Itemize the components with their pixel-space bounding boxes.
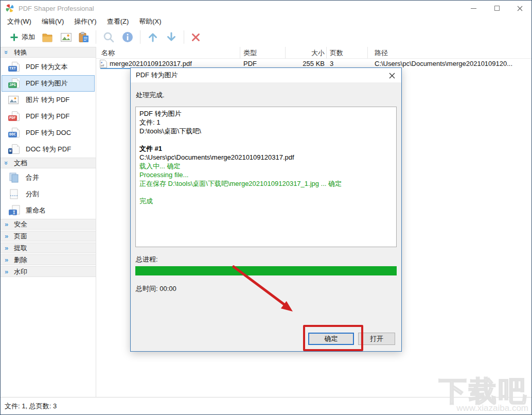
log-line [139,135,393,144]
chevron-icon [5,268,13,275]
column-separator[interactable] [285,47,286,59]
chevron-icon [5,244,13,252]
sidebar-section-label: 删除 [14,255,27,265]
add-folder-button[interactable] [39,29,57,45]
total-time-text: 总时间: 00:00 [136,284,176,293]
sidebar-section-label: 文档 [14,159,27,168]
sidebar-item-label: PDF 转为 DOC [26,128,71,137]
move-up-button[interactable] [144,29,162,45]
progress-label: 总进程: [136,255,158,264]
search-button[interactable] [99,29,118,45]
window-title: PDF Shaper Professional [19,5,94,12]
sidebar-section-extract[interactable]: 提取 [1,243,96,253]
txt-doc-icon: TXT [8,61,21,73]
app-logo-icon [5,4,14,13]
info-icon [122,31,133,43]
doc-doc-icon: DOC [8,127,21,139]
column-separator[interactable] [240,47,240,59]
conversion-log[interactable]: PDF 转为图片文件: 1D:\tools\桌面\下载吧\ 文件 #1C:\Us… [135,107,397,247]
sidebar-section-security[interactable]: 安全 [1,219,96,230]
search-icon [103,31,115,43]
menu-item-2[interactable]: 操作(Y) [69,16,101,27]
sidebar-item[interactable]: DOCPDF 转为 DOC [2,125,95,141]
arrow-up-icon [147,31,158,43]
sidebar-item[interactable]: TXTPDF 转为文本 [2,59,95,75]
maximize-icon [494,6,500,11]
log-line: PDF 转为图片 [139,109,393,118]
sidebar-item-label: 重命名 [26,206,46,215]
image-doc-icon [8,94,21,106]
app-window: PDF Shaper Professional 文件(W)编辑(V)操作(Y)查… [0,0,532,415]
pdf-to-image-dialog: PDF 转为图片 处理完成. PDF 转为图片文件: 1D:\tools\桌面\… [130,67,402,352]
sidebar-item[interactable]: _I重命名 [2,202,95,219]
sidebar-section-convert[interactable]: 转换 [1,47,96,58]
add-button[interactable]: 添加 [6,29,39,45]
sidebar-section-label: 安全 [14,220,27,229]
sidebar-section-label: 转换 [14,48,27,57]
sidebar-item-label: 分割 [26,189,39,199]
sidebar-item[interactable]: PDFPDF 转为 PDF [2,108,95,125]
column-separator[interactable] [367,47,368,59]
sidebar-item[interactable]: WDOC 转为 PDF [2,141,95,158]
close-button[interactable] [508,1,531,16]
sidebar-section-label: 水印 [14,267,27,276]
close-icon [517,6,523,11]
menu-bar: 文件(W)编辑(V)操作(Y)查看(Z)帮助(X) [1,16,531,27]
remove-button[interactable] [187,29,204,45]
delete-x-icon [191,32,201,42]
dialog-close-button[interactable] [388,72,396,80]
maximize-button[interactable] [485,1,508,16]
menu-item-3[interactable]: 查看(Z) [102,16,134,27]
menu-item-1[interactable]: 编辑(V) [37,16,69,27]
sidebar-item-label: 图片 转为 PDF [26,95,69,105]
sidebar-section-document[interactable]: 文档 [1,158,96,168]
toolbar-separator [96,30,96,44]
column-header-path[interactable]: 路径 [375,48,388,58]
column-header-pages[interactable]: 页数 [330,48,343,58]
status-text: 文件: 1, 总页数: 3 [5,402,57,411]
move-down-button[interactable] [162,29,181,45]
file-type: PDF [243,60,257,67]
column-header-size[interactable]: 大小 [292,48,325,58]
table-header: 名称 类型 大小 页数 路径 [96,47,531,59]
folder-icon [42,32,54,42]
column-header-type[interactable]: 类型 [243,48,257,58]
column-header-name[interactable]: 名称 [101,48,115,58]
sidebar-section-watermark[interactable]: 水印 [1,266,96,277]
rename-doc-icon: _I [8,205,21,216]
open-button[interactable]: 打开 [358,333,395,345]
title-bar: PDF Shaper Professional [1,1,531,16]
sidebar: 转换TXTPDF 转为文本JPGPDF 转为图片图片 转为 PDFPDFPDF … [1,47,96,397]
plus-icon [9,32,19,42]
paste-button[interactable] [75,29,93,45]
sidebar-item[interactable]: 合并 [2,169,95,186]
minimize-button[interactable] [462,1,485,16]
sidebar-section-pages[interactable]: 页面 [1,231,96,241]
svg-text:pdf: pdf [101,64,104,67]
dialog-title: PDF 转为图片 [136,71,178,80]
dialog-title-bar[interactable]: PDF 转为图片 [131,68,401,82]
log-line: D:\tools\桌面\下载吧\ [139,127,393,135]
sidebar-item[interactable]: 分割 [2,186,95,202]
file-size: 255 KB [292,60,325,67]
log-line [139,188,393,197]
sidebar-section-delete[interactable]: 删除 [1,254,96,265]
sidebar-item[interactable]: 图片 转为 PDF [2,92,95,108]
annotation-rectangle [303,325,363,351]
add-image-button[interactable] [57,29,75,45]
column-separator[interactable] [326,47,327,59]
status-bar: 文件: 1, 总页数: 3 [1,397,531,414]
chevron-icon [5,220,13,228]
chevron-icon [5,159,13,167]
toolbar-separator [184,30,184,44]
split-doc-icon [8,188,21,200]
arrow-down-icon [166,31,177,43]
svg-text:_I: _I [10,211,15,215]
sidebar-item-label: PDF 转为 PDF [26,112,69,121]
info-button[interactable] [118,29,137,45]
toolbar: 添加 [1,27,531,47]
chevron-icon [5,232,13,240]
menu-item-4[interactable]: 帮助(X) [134,16,166,27]
menu-item-0[interactable]: 文件(W) [2,16,37,27]
sidebar-item[interactable]: JPGPDF 转为图片 [2,75,95,92]
